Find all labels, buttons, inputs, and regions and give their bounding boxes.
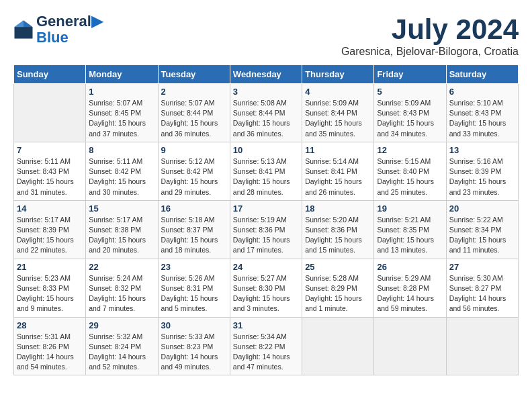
calendar-cell: 24Sunrise: 5:27 AMSunset: 8:30 PMDayligh… — [230, 259, 302, 317]
day-number: 6 — [449, 87, 515, 97]
svg-marker-1 — [24, 21, 33, 28]
calendar-cell: 5Sunrise: 5:09 AMSunset: 8:43 PMDaylight… — [374, 84, 446, 142]
day-number: 28 — [17, 320, 83, 330]
day-info: Sunrise: 5:08 AMSunset: 8:44 PMDaylight:… — [233, 98, 299, 139]
calendar-cell: 14Sunrise: 5:17 AMSunset: 8:39 PMDayligh… — [14, 200, 86, 259]
calendar-cell — [302, 317, 374, 375]
calendar-cell: 12Sunrise: 5:15 AMSunset: 8:40 PMDayligh… — [374, 142, 446, 200]
calendar-cell — [446, 317, 518, 375]
day-info: Sunrise: 5:11 AMSunset: 8:43 PMDaylight:… — [17, 156, 83, 197]
calendar-cell: 8Sunrise: 5:11 AMSunset: 8:42 PMDaylight… — [86, 142, 158, 200]
calendar-cell: 9Sunrise: 5:12 AMSunset: 8:42 PMDaylight… — [158, 142, 230, 200]
title-block: July 2024 Garesnica, Bjelovar-Bilogora, … — [341, 13, 519, 58]
day-info: Sunrise: 5:21 AMSunset: 8:35 PMDaylight:… — [377, 215, 443, 256]
day-number: 1 — [89, 87, 154, 97]
calendar-cell: 6Sunrise: 5:10 AMSunset: 8:43 PMDaylight… — [446, 84, 518, 142]
calendar-cell: 1Sunrise: 5:07 AMSunset: 8:45 PMDaylight… — [86, 84, 158, 142]
calendar-cell: 11Sunrise: 5:14 AMSunset: 8:41 PMDayligh… — [302, 142, 374, 200]
day-number: 21 — [17, 262, 83, 272]
day-number: 29 — [89, 320, 154, 330]
weekday-header-sunday: Sunday — [14, 65, 86, 84]
calendar-table: SundayMondayTuesdayWednesdayThursdayFrid… — [13, 64, 519, 375]
calendar-cell: 10Sunrise: 5:13 AMSunset: 8:41 PMDayligh… — [230, 142, 302, 200]
day-number: 4 — [305, 87, 371, 97]
logo-icon — [13, 19, 34, 40]
calendar-cell: 17Sunrise: 5:19 AMSunset: 8:36 PMDayligh… — [230, 200, 302, 259]
day-info: Sunrise: 5:23 AMSunset: 8:33 PMDaylight:… — [17, 273, 83, 314]
day-number: 2 — [161, 87, 227, 97]
calendar-cell: 16Sunrise: 5:18 AMSunset: 8:37 PMDayligh… — [158, 200, 230, 259]
day-info: Sunrise: 5:17 AMSunset: 8:39 PMDaylight:… — [17, 215, 83, 256]
day-number: 24 — [233, 262, 299, 272]
week-row-2: 7Sunrise: 5:11 AMSunset: 8:43 PMDaylight… — [14, 142, 519, 200]
week-row-5: 28Sunrise: 5:31 AMSunset: 8:26 PMDayligh… — [14, 317, 519, 375]
calendar-cell: 18Sunrise: 5:20 AMSunset: 8:36 PMDayligh… — [302, 200, 374, 259]
calendar-cell: 2Sunrise: 5:07 AMSunset: 8:44 PMDaylight… — [158, 84, 230, 142]
day-number: 14 — [17, 203, 83, 214]
day-number: 27 — [449, 262, 515, 272]
day-number: 13 — [449, 145, 515, 155]
weekday-header-saturday: Saturday — [446, 65, 518, 84]
weekday-header-friday: Friday — [374, 65, 446, 84]
day-number: 17 — [233, 203, 299, 214]
calendar-cell: 21Sunrise: 5:23 AMSunset: 8:33 PMDayligh… — [14, 259, 86, 317]
day-number: 11 — [305, 145, 371, 155]
svg-marker-2 — [15, 21, 24, 28]
day-number: 9 — [161, 145, 227, 155]
day-info: Sunrise: 5:09 AMSunset: 8:43 PMDaylight:… — [377, 98, 443, 139]
day-number: 3 — [233, 87, 299, 97]
day-number: 20 — [449, 203, 515, 214]
day-number: 31 — [233, 320, 299, 330]
week-row-3: 14Sunrise: 5:17 AMSunset: 8:39 PMDayligh… — [14, 200, 519, 259]
day-info: Sunrise: 5:33 AMSunset: 8:23 PMDaylight:… — [161, 332, 227, 373]
day-info: Sunrise: 5:34 AMSunset: 8:22 PMDaylight:… — [233, 332, 299, 373]
location: Garesnica, Bjelovar-Bilogora, Croatia — [341, 46, 519, 58]
page-header: General▶ Blue July 2024 Garesnica, Bjelo… — [13, 13, 519, 58]
day-info: Sunrise: 5:07 AMSunset: 8:45 PMDaylight:… — [89, 98, 154, 139]
calendar-cell: 29Sunrise: 5:32 AMSunset: 8:24 PMDayligh… — [86, 317, 158, 375]
day-number: 23 — [161, 262, 227, 272]
calendar-cell: 22Sunrise: 5:24 AMSunset: 8:32 PMDayligh… — [86, 259, 158, 317]
calendar-cell — [374, 317, 446, 375]
day-info: Sunrise: 5:22 AMSunset: 8:34 PMDaylight:… — [449, 215, 515, 256]
week-row-1: 1Sunrise: 5:07 AMSunset: 8:45 PMDaylight… — [14, 84, 519, 142]
day-info: Sunrise: 5:11 AMSunset: 8:42 PMDaylight:… — [89, 156, 154, 197]
day-info: Sunrise: 5:30 AMSunset: 8:27 PMDaylight:… — [449, 273, 515, 314]
calendar-cell: 15Sunrise: 5:17 AMSunset: 8:38 PMDayligh… — [86, 200, 158, 259]
calendar-cell: 26Sunrise: 5:29 AMSunset: 8:28 PMDayligh… — [374, 259, 446, 317]
day-number: 12 — [377, 145, 443, 155]
calendar-cell: 31Sunrise: 5:34 AMSunset: 8:22 PMDayligh… — [230, 317, 302, 375]
calendar-cell: 30Sunrise: 5:33 AMSunset: 8:23 PMDayligh… — [158, 317, 230, 375]
logo: General▶ Blue — [13, 13, 103, 46]
day-info: Sunrise: 5:32 AMSunset: 8:24 PMDaylight:… — [89, 332, 154, 373]
weekday-header-tuesday: Tuesday — [158, 65, 230, 84]
day-number: 26 — [377, 262, 443, 272]
calendar-cell: 25Sunrise: 5:28 AMSunset: 8:29 PMDayligh… — [302, 259, 374, 317]
day-info: Sunrise: 5:07 AMSunset: 8:44 PMDaylight:… — [161, 98, 227, 139]
day-info: Sunrise: 5:20 AMSunset: 8:36 PMDaylight:… — [305, 215, 371, 256]
day-info: Sunrise: 5:26 AMSunset: 8:31 PMDaylight:… — [161, 273, 227, 314]
weekday-header-monday: Monday — [86, 65, 158, 84]
logo-text: General▶ Blue — [36, 13, 103, 46]
day-info: Sunrise: 5:19 AMSunset: 8:36 PMDaylight:… — [233, 215, 299, 256]
day-info: Sunrise: 5:29 AMSunset: 8:28 PMDaylight:… — [377, 273, 443, 314]
calendar-cell: 19Sunrise: 5:21 AMSunset: 8:35 PMDayligh… — [374, 200, 446, 259]
week-row-4: 21Sunrise: 5:23 AMSunset: 8:33 PMDayligh… — [14, 259, 519, 317]
day-info: Sunrise: 5:10 AMSunset: 8:43 PMDaylight:… — [449, 98, 515, 139]
calendar-cell: 3Sunrise: 5:08 AMSunset: 8:44 PMDaylight… — [230, 84, 302, 142]
weekday-header-wednesday: Wednesday — [230, 65, 302, 84]
calendar-cell: 27Sunrise: 5:30 AMSunset: 8:27 PMDayligh… — [446, 259, 518, 317]
day-number: 15 — [89, 203, 154, 214]
day-info: Sunrise: 5:27 AMSunset: 8:30 PMDaylight:… — [233, 273, 299, 314]
day-number: 7 — [17, 145, 83, 155]
day-number: 8 — [89, 145, 154, 155]
weekday-header-row: SundayMondayTuesdayWednesdayThursdayFrid… — [14, 65, 519, 84]
calendar-cell: 4Sunrise: 5:09 AMSunset: 8:44 PMDaylight… — [302, 84, 374, 142]
day-number: 19 — [377, 203, 443, 214]
calendar-cell: 7Sunrise: 5:11 AMSunset: 8:43 PMDaylight… — [14, 142, 86, 200]
calendar-cell — [14, 84, 86, 142]
day-info: Sunrise: 5:31 AMSunset: 8:26 PMDaylight:… — [17, 332, 83, 373]
day-info: Sunrise: 5:12 AMSunset: 8:42 PMDaylight:… — [161, 156, 227, 197]
day-number: 10 — [233, 145, 299, 155]
day-info: Sunrise: 5:13 AMSunset: 8:41 PMDaylight:… — [233, 156, 299, 197]
